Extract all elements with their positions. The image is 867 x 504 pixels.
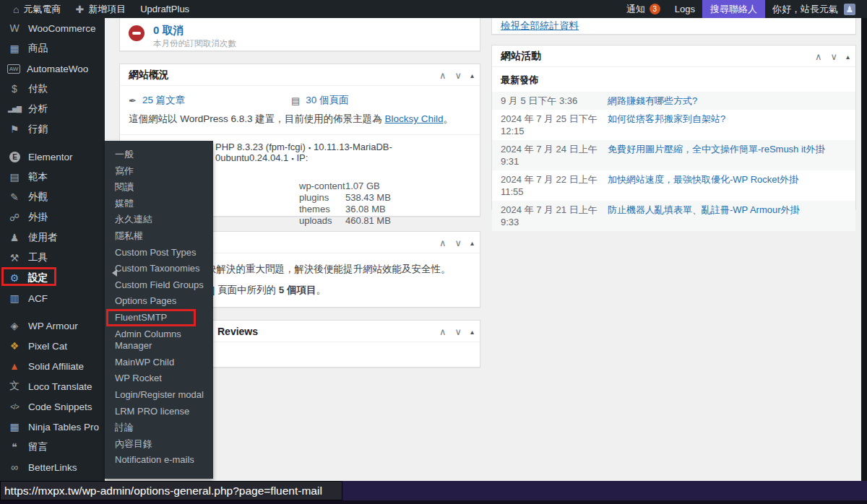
- plus-icon: ✚: [75, 4, 84, 15]
- submenu-item-options-pages[interactable]: Options Pages: [105, 293, 213, 310]
- theme-link[interactable]: Blocksy Child: [385, 113, 444, 124]
- admin-bar-right: 通知 3 Logs 搜尋聯絡人 你好，站長元氣 ♟: [619, 0, 867, 18]
- logs-menu[interactable]: Logs: [668, 0, 702, 18]
- activity-row: 2024 年 7 月 24 日上午 9:31 免費好用圖片壓縮，全中文操作簡單-…: [492, 140, 855, 170]
- admin-bar: ⌂ 元氣電商 ✚ 新增項目 UpdraftPlus 通知 3 Logs 搜尋聯絡…: [0, 0, 867, 18]
- triangle-icon: ▲: [7, 360, 22, 372]
- sidebar-item-automatewoo[interactable]: AW AutomateWoo: [0, 58, 105, 79]
- submenu-item-content-directory[interactable]: 內容目錄: [105, 436, 213, 453]
- separator-square-icon: ▪: [306, 144, 314, 152]
- cancel-icon: [129, 25, 144, 41]
- posts-count-link[interactable]: 25 篇文章: [142, 94, 185, 107]
- collapse-icon[interactable]: ▴: [470, 328, 474, 336]
- submenu-item-privacy[interactable]: 隱私權: [105, 228, 213, 245]
- submenu-item-reading[interactable]: 閱讀: [105, 179, 213, 196]
- collapse-icon[interactable]: ▴: [470, 239, 474, 247]
- sidebar-item-comments[interactable]: ❝ 留言: [0, 437, 105, 457]
- sidebar-item-templates[interactable]: ▤ 範本: [0, 167, 105, 187]
- sidebar-item-products[interactable]: ▦ 商品: [0, 38, 105, 58]
- user-icon: ♟: [7, 232, 22, 243]
- sidebar-item-analytics[interactable]: ▂▅▇ 分析: [0, 99, 105, 119]
- plugin-icon: ☍: [7, 212, 22, 223]
- post-link[interactable]: 加快網站速度，最強快取優化-WP Rocket外掛: [608, 173, 798, 198]
- table-row: plugins 538.43 MB: [299, 192, 480, 204]
- submenu-item-notification-emails[interactable]: Notification e-mails: [105, 452, 213, 469]
- sidebar-item-code-snippets[interactable]: </> Code Snippets: [0, 396, 105, 417]
- activity-row: 2024 年 7 月 22 日上午 11:55 加快網站速度，最強快取優化-WP…: [492, 170, 855, 201]
- sidebar-item-solid-affiliate[interactable]: ▲ Solid Affiliate: [0, 356, 105, 376]
- sidebar-item-users[interactable]: ♟ 使用者: [0, 227, 105, 248]
- brush-icon: ✎: [7, 191, 22, 203]
- search-contacts-button[interactable]: 搜尋聯絡人: [702, 0, 765, 18]
- sidebar-item-acf[interactable]: ▥ ACF: [0, 288, 105, 308]
- post-link[interactable]: 如何從痞客邦搬家到自架站?: [608, 113, 725, 137]
- pages-count-link[interactable]: 30 個頁面: [306, 94, 348, 107]
- move-up-icon[interactable]: ∧: [439, 238, 447, 248]
- site-activity-widget: 網站活動 ∧ ∨ ▴ 最新發佈 9 月 5 日下午 3:36 網路賺錢有哪些方式…: [491, 45, 856, 209]
- submenu-item-permalinks[interactable]: 永久連結: [105, 212, 213, 228]
- submenu-item-wp-rocket[interactable]: WP Rocket: [105, 370, 213, 387]
- submenu-item-writing[interactable]: 寫作: [105, 163, 213, 180]
- table-row: themes 36.08 MB: [299, 204, 480, 215]
- submenu-item-login-register-modal[interactable]: Login/Register modal: [105, 387, 213, 404]
- updraftplus-menu[interactable]: UpdraftPlus: [133, 0, 197, 18]
- sidebar-item-pixel-cat[interactable]: ❖ Pixel Cat: [0, 336, 105, 356]
- notifications-menu[interactable]: 通知 3: [619, 0, 668, 18]
- sidebar-item-payments[interactable]: $ 付款: [0, 79, 105, 99]
- submenu-item-discussion[interactable]: 討論: [105, 420, 213, 436]
- view-all-stats-link[interactable]: 檢視全部統計資料: [492, 18, 855, 34]
- subscription-cancel-widget: 0 取消 本月份的訂閱取消次數: [119, 18, 480, 51]
- submenu-item-media[interactable]: 媒體: [105, 196, 213, 212]
- search-contacts-label: 搜尋聯絡人: [710, 3, 757, 16]
- move-down-icon[interactable]: ∨: [830, 51, 837, 62]
- sidebar-item-ninja-tables[interactable]: ▦ Ninja Tables Pro: [0, 417, 105, 437]
- sidebar-item-elementor[interactable]: E Elementor: [0, 147, 105, 167]
- submenu-item-general[interactable]: 一般: [105, 147, 213, 163]
- move-down-icon[interactable]: ∨: [454, 326, 462, 337]
- sidebar-item-plugins[interactable]: ☍ 外掛: [0, 207, 105, 227]
- sidebar-item-betterlinks[interactable]: ∞ BetterLinks: [0, 457, 105, 477]
- post-link[interactable]: 防止機器人亂填表單、亂註冊-WP Armour外掛: [608, 204, 800, 228]
- sidebar: W WooCommerce ▦ 商品 AW AutomateWoo $ 付款 ▂…: [0, 18, 105, 504]
- submenu-item-custom-field-groups[interactable]: Custom Field Groups: [105, 277, 213, 294]
- submenu-item-custom-post-types[interactable]: Custom Post Types: [105, 245, 213, 261]
- new-item-menu[interactable]: ✚ 新增項目: [68, 0, 133, 18]
- submenu-item-custom-taxonomies[interactable]: Custom Taxonomies: [105, 261, 213, 277]
- table-row: uploads 460.81 MB: [299, 215, 480, 227]
- post-link[interactable]: 網路賺錢有哪些方式?: [608, 95, 697, 107]
- submenu-pointer-icon: [112, 269, 117, 277]
- sidebar-item-wp-armour[interactable]: ◈ WP Armour: [0, 316, 105, 336]
- elementor-icon: E: [9, 152, 20, 162]
- site-overview-title: 網站概況: [129, 69, 169, 82]
- acf-grid-icon: ▥: [7, 292, 22, 304]
- notifications-label: 通知: [626, 3, 645, 16]
- account-menu[interactable]: 你好，站長元氣 ♟: [765, 0, 867, 18]
- sidebar-item-woocommerce[interactable]: W WooCommerce: [0, 18, 105, 38]
- submenu-item-admin-columns-manager[interactable]: Admin Columns Manager: [105, 326, 213, 355]
- move-up-icon[interactable]: ∧: [439, 326, 447, 337]
- move-up-icon[interactable]: ∧: [439, 70, 447, 81]
- cancel-count-link[interactable]: 0 取消: [153, 24, 236, 36]
- updraftplus-label: UpdraftPlus: [140, 4, 189, 14]
- site-activity-title: 網站活動: [501, 50, 541, 63]
- comment-bubble-icon: ❝: [7, 441, 22, 453]
- sidebar-item-tools[interactable]: ⚒ 工具: [0, 248, 105, 268]
- folder-icon: ▤: [7, 171, 22, 183]
- sidebar-item-marketing[interactable]: ⚑ 行銷: [0, 119, 105, 139]
- move-down-icon[interactable]: ∨: [454, 238, 462, 248]
- site-menu-item[interactable]: ⌂ 元氣電商: [6, 0, 68, 18]
- submenu-item-lrm-pro-license[interactable]: LRM PRO license: [105, 404, 213, 420]
- move-up-icon[interactable]: ∧: [815, 51, 822, 62]
- pages-icon: ▤: [291, 95, 300, 106]
- automatewoo-icon: AW: [7, 64, 20, 74]
- move-down-icon[interactable]: ∨: [454, 70, 462, 81]
- sidebar-item-loco-translate[interactable]: 文 Loco Translate: [0, 376, 105, 396]
- scrollbar[interactable]: [861, 18, 867, 481]
- fluentsmtp-highlight-box: [106, 309, 196, 326]
- sidebar-item-appearance[interactable]: ✎ 外觀: [0, 187, 105, 207]
- submenu-item-mainwp-child[interactable]: MainWP Child: [105, 355, 213, 371]
- home-icon: ⌂: [13, 4, 19, 15]
- collapse-icon[interactable]: ▴: [846, 53, 850, 61]
- post-link[interactable]: 免費好用圖片壓縮，全中文操作簡單-reSmush it外掛: [608, 143, 824, 168]
- collapse-icon[interactable]: ▴: [470, 71, 474, 79]
